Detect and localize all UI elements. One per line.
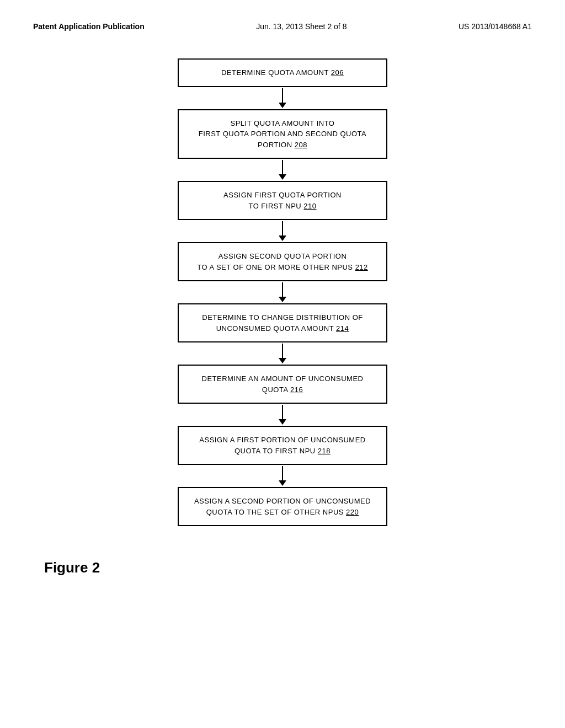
step7-ref: 218 — [318, 447, 331, 455]
arrow-2 — [279, 159, 286, 181]
publication-label: Patent Application Publication — [33, 22, 145, 31]
arrow-line-3 — [282, 221, 283, 235]
step7-text: ASSIGN A FIRST PORTION OF UNCONSUMEDQUOT… — [190, 435, 375, 456]
date-sheet-label: Jun. 13, 2013 Sheet 2 of 8 — [256, 22, 347, 31]
arrow-head-7 — [279, 480, 286, 486]
arrow-head-2 — [279, 174, 286, 180]
flowchart-step-6: DETERMINE AN AMOUNT OF UNCONSUMEDQUOTA 2… — [178, 365, 387, 404]
flowchart-step-5: DETERMINE TO CHANGE DISTRIBUTION OFUNCON… — [178, 303, 387, 342]
step4-text: ASSIGN SECOND QUOTA PORTIONTO A SET OF O… — [190, 251, 375, 272]
arrow-line-6 — [282, 405, 283, 419]
flowchart-step-3: ASSIGN FIRST QUOTA PORTIONTO FIRST NPU 2… — [178, 181, 387, 220]
arrow-line-5 — [282, 344, 283, 358]
arrow-7 — [279, 465, 286, 487]
arrow-head-6 — [279, 419, 286, 425]
step8-ref: 220 — [346, 508, 359, 516]
arrow-3 — [279, 220, 286, 242]
flowchart-step-8: ASSIGN A SECOND PORTION OF UNCONSUMEDQUO… — [178, 487, 387, 526]
arrow-5 — [279, 342, 286, 365]
step4-ref: 212 — [355, 263, 368, 271]
arrow-6 — [279, 404, 286, 426]
step5-text: DETERMINE TO CHANGE DISTRIBUTION OFUNCON… — [190, 312, 375, 334]
arrow-line-4 — [282, 282, 283, 297]
step3-ref: 210 — [303, 202, 316, 210]
step2-text: SPLIT QUOTA AMOUNT INTOFIRST QUOTA PORTI… — [190, 118, 375, 151]
step8-text: ASSIGN A SECOND PORTION OF UNCONSUMEDQUO… — [190, 496, 375, 517]
arrow-4 — [279, 281, 286, 303]
arrow-1 — [279, 87, 286, 109]
step2-ref: 208 — [295, 141, 307, 149]
step5-ref: 214 — [336, 324, 349, 333]
flowchart-step-1: DETERMINE QUOTA AMOUNT 206 — [178, 58, 387, 87]
patent-number-label: US 2013/0148668 A1 — [459, 22, 532, 31]
flowchart-step-4: ASSIGN SECOND QUOTA PORTIONTO A SET OF O… — [178, 242, 387, 281]
step1-ref: 206 — [331, 68, 344, 77]
arrow-line-2 — [282, 160, 283, 174]
flowchart-step-7: ASSIGN A FIRST PORTION OF UNCONSUMEDQUOT… — [178, 426, 387, 465]
step6-text: DETERMINE AN AMOUNT OF UNCONSUMEDQUOTA 2… — [190, 373, 375, 395]
figure-caption: Figure 2 — [33, 559, 532, 576]
arrow-line-7 — [282, 466, 283, 480]
page-header: Patent Application Publication Jun. 13, … — [33, 22, 532, 36]
step3-text: ASSIGN FIRST QUOTA PORTIONTO FIRST NPU 2… — [190, 190, 375, 211]
arrow-head-5 — [279, 358, 286, 363]
arrow-head-3 — [279, 235, 286, 241]
flowchart-step-2: SPLIT QUOTA AMOUNT INTOFIRST QUOTA PORTI… — [178, 109, 387, 159]
arrow-head-1 — [279, 103, 286, 108]
step1-text: DETERMINE QUOTA AMOUNT 206 — [190, 67, 375, 78]
arrow-line-1 — [282, 88, 283, 103]
step6-ref: 216 — [290, 386, 303, 394]
arrow-head-4 — [279, 297, 286, 302]
patent-page: Patent Application Publication Jun. 13, … — [0, 0, 565, 728]
flowchart: DETERMINE QUOTA AMOUNT 206 SPLIT QUOTA A… — [33, 58, 532, 526]
